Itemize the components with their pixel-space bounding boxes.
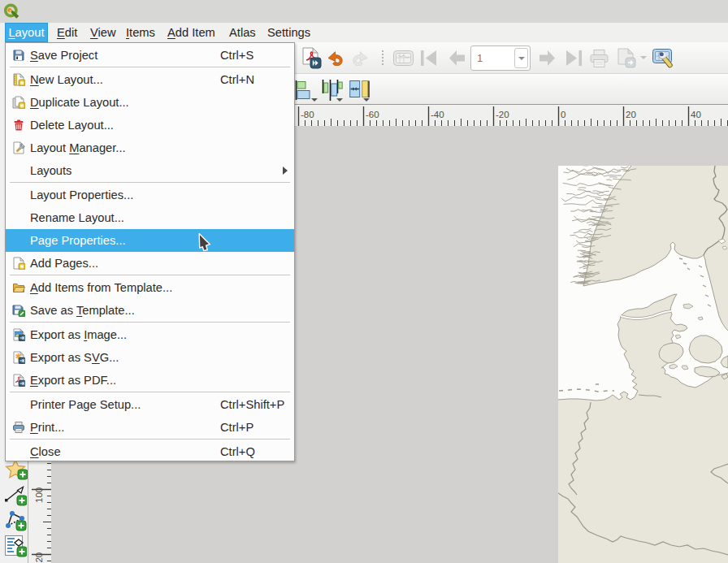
svg-text:100: 100 [34,487,44,503]
svg-text:-60: -60 [366,110,379,119]
svg-text:20: 20 [626,110,636,119]
svg-text:-20: -20 [496,110,509,119]
svg-text:40: 40 [691,110,701,119]
svg-text:0: 0 [561,110,566,119]
svg-text:120: 120 [34,552,44,563]
svg-text:-40: -40 [431,110,444,119]
svg-text:-80: -80 [301,110,314,119]
